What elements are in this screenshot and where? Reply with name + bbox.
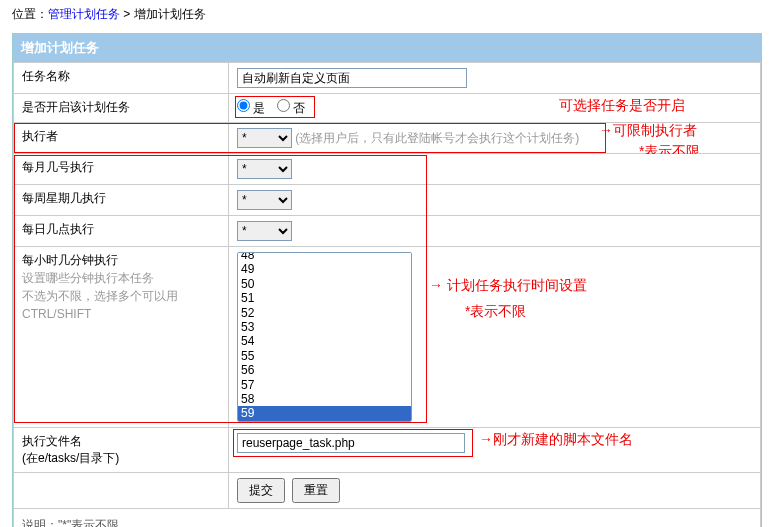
breadcrumb-sep: > <box>120 7 134 21</box>
annotation-time-b: *表示不限 <box>465 303 526 321</box>
select-executor[interactable]: * <box>237 128 292 148</box>
annotation-executor: →可限制执行者 <box>599 122 697 140</box>
hint-minute-2: 不选为不限，选择多个可以用 <box>22 287 220 305</box>
row-weekly: 每周星期几执行 * <box>14 185 761 216</box>
hint-executor: (选择用户后，只有此登陆帐号才会执行这个计划任务) <box>295 131 579 145</box>
annotation-file: →刚才新建的脚本文件名 <box>479 431 633 449</box>
row-footer-note: 说明："*"表示不限 <box>14 509 761 528</box>
sublabel-file: (在e/tasks/目录下) <box>22 450 220 467</box>
label-monthly: 每月几号执行 <box>14 154 229 185</box>
radio-no[interactable] <box>277 99 290 112</box>
select-daily[interactable]: * <box>237 221 292 241</box>
input-task-name[interactable] <box>237 68 467 88</box>
radio-yes[interactable] <box>237 99 250 112</box>
select-monthly[interactable]: * <box>237 159 292 179</box>
panel-title: 增加计划任务 <box>13 34 761 62</box>
form-table: 任务名称 是否开启该计划任务 是 否 可选择任务是否开启 执行者 <box>13 62 761 527</box>
footer-note: 说明："*"表示不限 <box>14 509 761 528</box>
breadcrumb-prefix: 位置： <box>12 7 48 21</box>
radio-no-label[interactable]: 否 <box>277 101 305 115</box>
annotation-enable: 可选择任务是否开启 <box>559 97 685 115</box>
input-file[interactable] <box>237 433 465 453</box>
label-daily: 每日几点执行 <box>14 216 229 247</box>
label-file: 执行文件名 <box>22 433 220 450</box>
main-panel: 增加计划任务 任务名称 是否开启该计划任务 是 否 可选择任务是否开启 <box>12 33 762 527</box>
breadcrumb-link[interactable]: 管理计划任务 <box>48 7 120 21</box>
annotation-time: → 计划任务执行时间设置 <box>429 277 587 295</box>
row-enable: 是否开启该计划任务 是 否 可选择任务是否开启 <box>14 94 761 123</box>
row-monthly: 每月几号执行 * <box>14 154 761 185</box>
row-daily: 每日几点执行 * <box>14 216 761 247</box>
row-executor: 执行者 * (选择用户后，只有此登陆帐号才会执行这个计划任务) →可限制执行者 … <box>14 123 761 154</box>
label-weekly: 每周星期几执行 <box>14 185 229 216</box>
submit-button[interactable]: 提交 <box>237 478 285 503</box>
breadcrumb: 位置：管理计划任务 > 增加计划任务 <box>0 0 774 29</box>
row-file: 执行文件名 (在e/tasks/目录下) →刚才新建的脚本文件名 <box>14 428 761 473</box>
select-weekly[interactable]: * <box>237 190 292 210</box>
radio-yes-label[interactable]: 是 <box>237 101 265 115</box>
label-enable: 是否开启该计划任务 <box>14 94 229 123</box>
hint-minute-1: 设置哪些分钟执行本任务 <box>22 269 220 287</box>
row-task-name: 任务名称 <box>14 63 761 94</box>
listbox-minute[interactable]: 484950515253545556575859 <box>237 252 412 422</box>
reset-button[interactable]: 重置 <box>292 478 340 503</box>
row-buttons: 提交 重置 <box>14 473 761 509</box>
breadcrumb-current: 增加计划任务 <box>134 7 206 21</box>
hint-minute-3: CTRL/SHIFT <box>22 305 220 323</box>
label-minute: 每小时几分钟执行 <box>22 252 220 269</box>
row-minute: 每小时几分钟执行 设置哪些分钟执行本任务 不选为不限，选择多个可以用 CTRL/… <box>14 247 761 428</box>
label-executor: 执行者 <box>22 129 58 143</box>
label-task-name: 任务名称 <box>14 63 229 94</box>
